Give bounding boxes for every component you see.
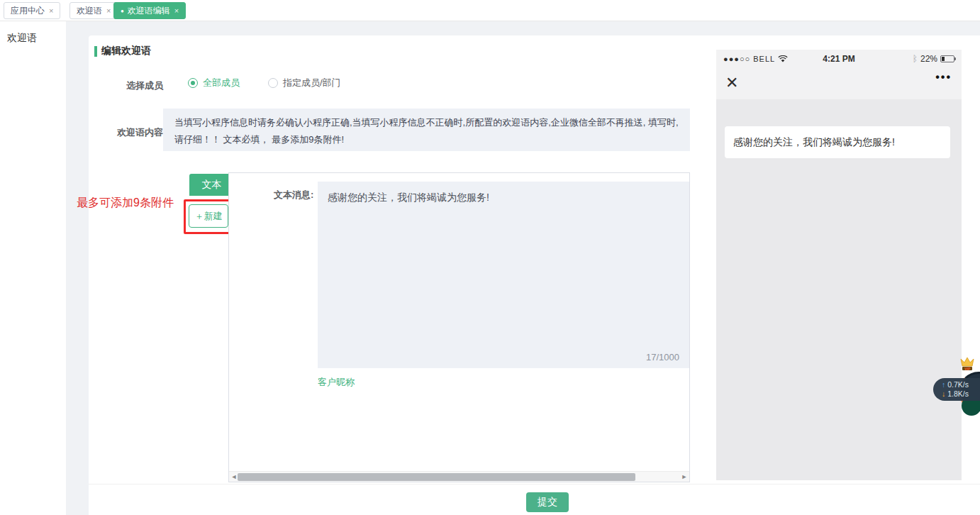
welcome-message-bubble: 感谢您的关注，我们将竭诚为您服务! xyxy=(725,126,950,158)
scrollbar-thumb[interactable] xyxy=(238,473,635,481)
battery-icon xyxy=(940,55,954,62)
speed-pill: ↑ 0.7K/s ↓ 1.8K/s xyxy=(933,378,980,401)
tab-label: 欢迎语编辑 xyxy=(128,6,170,16)
clock-text: 4:21 PM xyxy=(801,54,878,64)
active-dot-icon: ● xyxy=(121,8,124,14)
message-label: 文本消息: xyxy=(274,189,313,201)
attachment-panel: 文本消息: 感谢您的关注，我们将竭诚为您服务! 17/1000 客户昵称 ◄ ► xyxy=(228,172,690,482)
phone-status-bar: ●●●○○ BELL 4:21 PM ᛒ 22% xyxy=(716,50,962,68)
member-radio-group: 全部成员 指定成员/部门 xyxy=(188,77,369,89)
tab-welcome-edit[interactable]: ●欢迎语编辑× xyxy=(113,2,186,19)
message-text: 感谢您的关注，我们将竭诚为您服务! xyxy=(328,190,679,204)
edit-welcome-card: 编辑欢迎语 选择成员 全部成员 指定成员/部门 欢迎语内容 当填写小程序信息时请… xyxy=(89,35,980,484)
submit-button[interactable]: 提交 xyxy=(526,492,569,512)
radio-unselected-icon xyxy=(268,78,278,88)
app-window: 应用中心× 欢迎语× ●欢迎语编辑× 欢迎语 编辑欢迎语 选择成员 全部成员 指… xyxy=(0,0,980,515)
tab-welcome[interactable]: 欢迎语× xyxy=(69,2,118,19)
speed-overlay-widget[interactable]: ↑ 0.7K/s ↓ 1.8K/s VIP xyxy=(929,355,980,422)
more-options-icon[interactable]: ••• xyxy=(935,71,952,84)
upload-speed: 0.7K/s xyxy=(947,380,969,389)
vip-crown-icon: VIP xyxy=(959,356,976,375)
title-accent-bar xyxy=(94,46,97,57)
char-counter: 17/1000 xyxy=(646,352,679,362)
scroll-right-icon[interactable]: ► xyxy=(679,472,689,482)
welcome-content-label: 欢迎语内容 xyxy=(117,126,163,139)
tab-app-center[interactable]: 应用中心× xyxy=(4,2,60,19)
close-icon[interactable]: ✕ xyxy=(725,72,738,94)
footer-bar: 提交 xyxy=(89,484,980,515)
upload-arrow-icon: ↑ xyxy=(942,380,945,389)
tab-close-icon[interactable]: × xyxy=(49,6,53,15)
sidebar-item-welcome[interactable]: 欢迎语 xyxy=(0,21,66,45)
tab-label: 欢迎语 xyxy=(77,6,102,16)
chat-preview-area: 感谢您的关注，我们将竭诚为您服务! xyxy=(716,99,962,480)
phone-nav-bar: ✕ ••• xyxy=(716,68,962,99)
message-textarea[interactable]: 感谢您的关注，我们将竭诚为您服务! 17/1000 xyxy=(318,182,689,368)
download-arrow-icon: ↓ xyxy=(942,389,945,398)
tab-close-icon[interactable]: × xyxy=(106,6,111,15)
notice-text: 当填写小程序信息时请务必确认小程序正确,当填写小程序信息不正确时,所配置的欢迎语… xyxy=(163,109,690,151)
svg-text:VIP: VIP xyxy=(964,367,971,371)
wifi-icon xyxy=(778,55,788,63)
text-type-tab[interactable]: 文本 xyxy=(189,174,234,196)
customer-nickname-link[interactable]: 客户昵称 xyxy=(318,376,355,389)
download-speed: 1.8K/s xyxy=(947,389,969,398)
tab-label: 应用中心 xyxy=(11,6,45,16)
tab-close-icon[interactable]: × xyxy=(174,6,179,15)
sidebar: 欢迎语 xyxy=(0,21,66,515)
annotation-text: 最多可添加9条附件 xyxy=(77,196,183,211)
radio-all-members[interactable]: 全部成员 xyxy=(188,77,240,89)
bluetooth-icon: ᛒ xyxy=(913,54,918,64)
battery-percent: 22% xyxy=(920,54,937,64)
tab-bar: 应用中心× 欢迎语× ●欢迎语编辑× xyxy=(0,0,980,21)
radio-specific-members[interactable]: 指定成员/部门 xyxy=(268,77,341,89)
carrier-signal-text: ●●●○○ BELL xyxy=(723,55,775,63)
new-attachment-button[interactable]: ＋新建 xyxy=(189,204,228,228)
phone-preview: ●●●○○ BELL 4:21 PM ᛒ 22% ✕ ••• xyxy=(716,50,962,480)
member-select-label: 选择成员 xyxy=(126,79,163,92)
horizontal-scrollbar[interactable]: ◄ ► xyxy=(229,471,689,482)
radio-selected-icon xyxy=(188,78,198,88)
page-title: 编辑欢迎语 xyxy=(94,45,151,57)
